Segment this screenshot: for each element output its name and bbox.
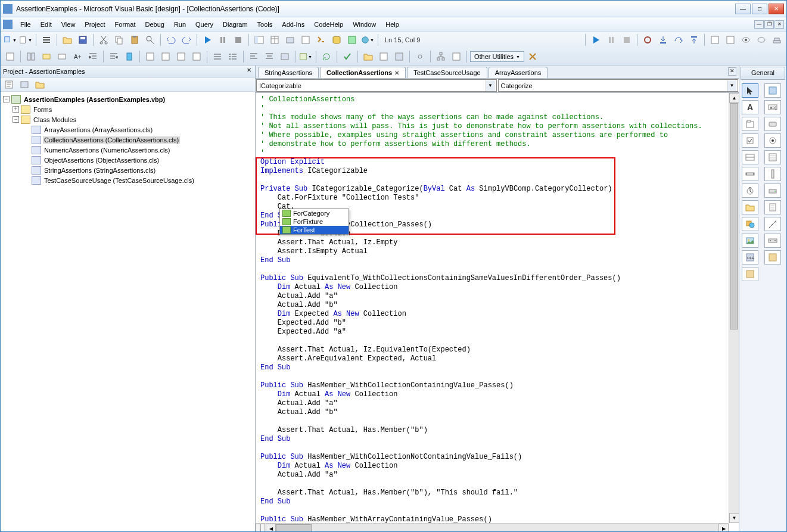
line-tool[interactable] [764,217,781,231]
tab-close-icon[interactable]: ✕ [394,70,399,76]
copy-button[interactable] [112,33,126,46]
next-bookmark-button[interactable] [143,50,157,63]
list-properties-button[interactable] [3,50,17,63]
tools-button[interactable] [525,50,540,63]
align-center-button[interactable] [262,50,276,63]
start-button[interactable] [200,33,214,46]
drivelistbox-tool[interactable] [764,183,781,198]
prev-bookmark-button[interactable] [158,50,173,63]
menu-debug[interactable]: Debug [141,19,168,30]
menu-format[interactable]: Format [111,19,140,30]
find-button[interactable] [143,33,157,46]
listbox-tool[interactable] [764,150,781,164]
toolbox-button[interactable] [314,33,328,46]
menu-addins[interactable]: Add-Ins [278,19,309,30]
full-module-view-button[interactable] [260,524,265,532]
procedure-view-button[interactable] [256,524,260,532]
close-button[interactable]: ✕ [769,4,784,14]
dirlistbox-tool[interactable] [742,200,758,214]
horizontal-scrollbar[interactable]: ◀ ▶ [256,523,729,532]
object-browser-button[interactable] [298,33,313,46]
quick-watch-button[interactable] [754,33,769,46]
intellisense-popup[interactable]: ForCategory ForFixture ForTest [279,209,349,235]
menu-file[interactable]: File [16,19,35,30]
checkbox-tool[interactable] [742,133,758,148]
scroll-track[interactable] [276,524,718,532]
tree-class-item[interactable]: ArrayAssertions (ArrayAssertions.cls) [3,125,253,135]
align-right-button[interactable] [278,50,292,63]
code-viewport[interactable]: ' CollectionAssertions ' ' This module s… [256,93,739,532]
frame-tool[interactable] [742,117,758,131]
hscrollbar-tool[interactable] [742,167,758,181]
menu-editor-button[interactable] [39,33,54,46]
tree-folder-forms[interactable]: + Forms [3,104,253,114]
scroll-right-button[interactable]: ▶ [718,524,729,532]
more-button[interactable]: ▼ [298,50,313,63]
refresh-button[interactable] [319,50,334,63]
save-button[interactable] [76,33,90,46]
object-combo[interactable]: ICategorizable▼ [256,79,497,92]
pointer-tool[interactable] [742,83,758,98]
module-button[interactable] [377,50,391,63]
scroll-up-button[interactable]: ▲ [729,93,739,103]
debug-start-button[interactable] [589,33,603,46]
immediate-button[interactable] [723,33,738,46]
quick-info-button[interactable] [39,50,54,63]
add-project-button[interactable]: ▼ [3,33,17,46]
paste-button[interactable] [127,33,142,46]
step-into-button[interactable] [656,33,670,46]
mdi-close-button[interactable]: ✕ [774,20,784,29]
breakpoint-button[interactable] [640,33,655,46]
tree-class-item[interactable]: ObjectAssertions (ObjectAssertions.cls) [3,155,253,165]
cut-button[interactable] [97,33,111,46]
code-content[interactable]: ' CollectionAssertions ' ' This module s… [260,95,702,532]
mdi-minimize-button[interactable]: — [754,20,764,29]
mdi-restore-button[interactable]: ❐ [764,20,774,29]
break-button[interactable] [216,33,230,46]
references-button[interactable]: ▼ [360,33,375,46]
menu-edit[interactable]: Edit [36,19,56,30]
outdent-button[interactable] [107,50,121,63]
data-view-button[interactable] [329,33,344,46]
vscrollbar-tool[interactable] [764,167,781,181]
step-out-button[interactable] [687,33,701,46]
tree-root[interactable]: − AssertionExamples (AssertionExamples.v… [3,94,253,104]
dropdown-arrow-icon[interactable]: ▼ [486,80,495,91]
scroll-thumb[interactable] [730,103,738,329]
form-layout-button[interactable] [283,33,297,46]
list-button[interactable] [226,50,240,63]
custom-tool-2[interactable] [742,267,758,281]
tab-arrayassertions[interactable]: ArrayAssertions [489,67,548,78]
expand-icon[interactable]: − [13,116,19,123]
check-button[interactable] [340,50,354,63]
toggle-folders-button[interactable] [33,78,47,91]
undo-button[interactable] [164,33,178,46]
toggle-bookmark-button[interactable] [122,50,136,63]
scroll-left-button[interactable]: ◀ [266,524,276,532]
complete-word-button[interactable]: A+ [70,50,85,63]
open-button[interactable] [60,33,74,46]
list-constants-button[interactable] [24,50,38,63]
menu-query[interactable]: Query [191,19,217,30]
tree-class-item[interactable]: CollectionAssertions (CollectionAssertio… [3,135,253,145]
end-button[interactable] [231,33,245,46]
tree-folder-classmodules[interactable]: − Class Modules [3,114,253,125]
indent-button[interactable] [86,50,100,63]
form-button[interactable] [392,50,406,63]
menu-window[interactable]: Window [349,19,380,30]
menu-view[interactable]: View [57,19,80,30]
scroll-thumb[interactable] [276,524,312,532]
watch-button[interactable] [739,33,753,46]
dropdown-arrow-icon[interactable]: ▼ [727,80,736,91]
optionbutton-tool[interactable] [764,133,781,148]
data-tool[interactable] [764,234,781,248]
menu-run[interactable]: Run [170,19,190,30]
view-object-button[interactable] [17,78,32,91]
intellisense-item[interactable]: ForFixture [280,217,349,226]
add-item-button[interactable]: ▼ [18,33,33,46]
expand-icon[interactable]: − [3,96,10,102]
tree-class-item[interactable]: NumericAssertions (NumericAssertions.cls… [3,145,253,155]
tabs-close-button[interactable]: ✕ [728,67,736,76]
intellisense-item[interactable]: ForCategory [280,209,349,217]
compile-button[interactable] [449,50,464,63]
